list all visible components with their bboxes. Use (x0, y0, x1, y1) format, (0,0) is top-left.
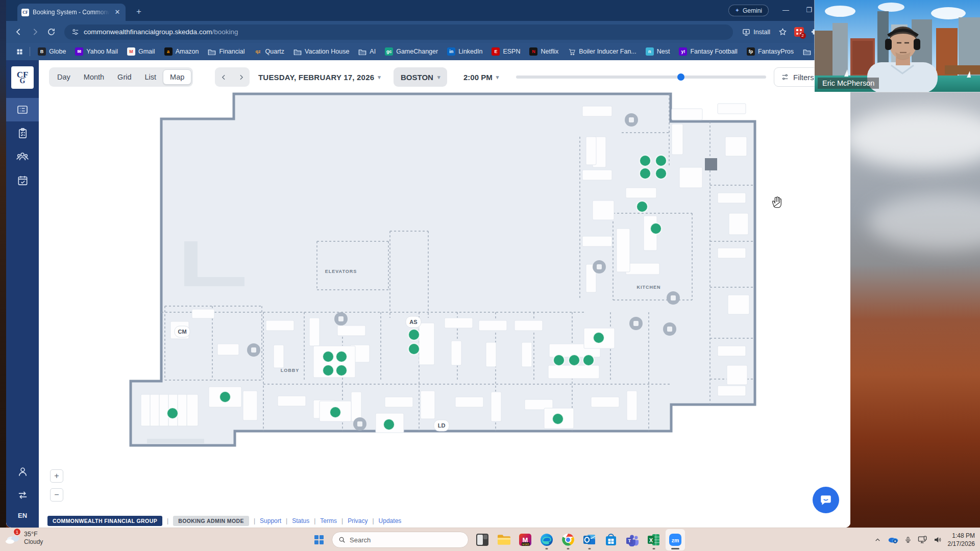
view-tab-grid[interactable]: Grid (111, 70, 138, 84)
back-icon[interactable] (11, 25, 26, 39)
available-desk-dot[interactable] (219, 391, 231, 403)
footer-link-status[interactable]: Status (292, 517, 309, 524)
taskbar-app-zoom[interactable]: zm (666, 529, 685, 550)
floorplan-map[interactable]: ELEVATORSKITCHENLOBBYASCMLD (39, 60, 850, 528)
available-desk-dot[interactable] (569, 355, 580, 366)
available-desk-dot[interactable] (167, 408, 178, 419)
available-desk-dot[interactable] (408, 343, 420, 355)
map-zoom-out-button[interactable]: − (50, 488, 63, 502)
location-dropdown[interactable]: BOSTON▾ (394, 67, 447, 87)
taskbar-search[interactable]: Search (332, 532, 469, 548)
available-desk-dot[interactable] (323, 365, 334, 376)
footer-link-terms[interactable]: Terms (320, 517, 337, 524)
bookmark-linkedin[interactable]: inLinkedIn (443, 46, 487, 57)
bookmark-espn[interactable]: EESPN (487, 46, 525, 57)
address-bar[interactable]: commonwealthfinancialgroup.skedda.com/bo… (64, 24, 733, 40)
available-desk-dot[interactable] (655, 155, 667, 166)
available-desk-dot[interactable] (636, 201, 648, 212)
bookmark-netflix[interactable]: NNetflix (525, 46, 563, 57)
video-call-window[interactable]: Eric McPherson (814, 0, 980, 92)
taskbar-app-widgets[interactable] (473, 529, 492, 550)
next-day-button[interactable] (232, 67, 250, 87)
start-button[interactable] (310, 531, 328, 548)
window-minimize-button[interactable]: — (782, 6, 789, 14)
cfg-logo[interactable]: CFG (11, 66, 34, 89)
install-app-button[interactable]: Install (739, 28, 773, 36)
available-desk-dot[interactable] (552, 413, 564, 424)
onedrive-icon[interactable] (887, 536, 898, 544)
bookmark-globe[interactable]: BGlobe (33, 46, 70, 57)
forward-icon[interactable] (28, 25, 42, 39)
taskbar-app-chrome[interactable] (558, 529, 578, 550)
view-tab-map[interactable]: Map (163, 69, 191, 85)
sidebar-item-users[interactable] (6, 145, 39, 168)
available-desk-dot[interactable] (330, 407, 341, 418)
available-desk-dot[interactable] (640, 168, 651, 179)
bookmark-financial[interactable]: Financial (203, 46, 249, 57)
tray-expand-icon[interactable] (874, 537, 881, 543)
extension-with-badge-icon[interactable]: 2 (792, 25, 806, 39)
prev-day-button[interactable] (215, 67, 232, 87)
taskbar-app-m365[interactable]: MM365 (516, 529, 535, 550)
bookmark-quartz[interactable]: qzQuartz (250, 46, 289, 57)
sidebar-item-profile[interactable] (6, 460, 39, 483)
slider-track[interactable] (516, 76, 766, 79)
bookmark-ai[interactable]: AI (354, 46, 380, 57)
speaker-icon[interactable] (934, 536, 942, 544)
available-desk-dot[interactable] (640, 155, 651, 166)
view-tab-day[interactable]: Day (51, 70, 77, 84)
gemini-button[interactable]: ✦ Gemini (728, 5, 769, 16)
taskbar-app-store[interactable] (601, 529, 621, 550)
available-desk-dot[interactable] (553, 355, 565, 366)
available-desk-dot[interactable] (583, 355, 594, 366)
bookmark-fantasypros[interactable]: fpFantasyPros (742, 46, 798, 57)
footer-link-privacy[interactable]: Privacy (348, 517, 368, 524)
available-desk-dot[interactable] (336, 351, 347, 362)
bookmark-yahoo-mail[interactable]: ✉Yahoo Mail (70, 46, 122, 57)
apps-grid-icon[interactable] (12, 44, 27, 59)
reload-icon[interactable] (44, 25, 58, 39)
taskbar-clock[interactable]: 1:48 PM 2/17/2026 (948, 532, 975, 548)
available-desk-dot[interactable] (655, 168, 667, 179)
view-tab-list[interactable]: List (138, 70, 163, 84)
sidebar-item-switch-mode[interactable] (6, 483, 39, 507)
taskbar-app-excel[interactable]: X (644, 529, 664, 550)
tab-close-icon[interactable]: ✕ (113, 8, 121, 16)
taskbar-app-file-explorer[interactable] (494, 529, 513, 550)
bookmark-fantasy-football[interactable]: y!Fantasy Football (674, 46, 742, 57)
bookmark-star-icon[interactable] (775, 25, 790, 39)
support-chat-button[interactable] (813, 487, 839, 513)
view-tab-month[interactable]: Month (77, 70, 111, 84)
bookmark-gamechanger[interactable]: gcGameChanger (380, 46, 443, 57)
cast-screen-icon[interactable] (918, 536, 927, 544)
footer-link-support[interactable]: Support (260, 517, 281, 524)
available-desk-dot[interactable] (323, 351, 334, 362)
slider-thumb[interactable] (677, 73, 684, 81)
sidebar-item-availability[interactable] (6, 168, 39, 192)
window-maximize-button[interactable]: ❐ (806, 6, 812, 14)
time-slider[interactable] (516, 67, 766, 87)
date-dropdown[interactable]: TUESDAY, FEBRUARY 17, 2026▾ (258, 67, 381, 87)
sidebar-item-bookings[interactable] (6, 98, 39, 121)
weather-widget[interactable]: 1 35°FCloudy (5, 530, 43, 546)
footer-link-updates[interactable]: Updates (379, 517, 402, 524)
taskbar-app-outlook[interactable] (580, 529, 599, 550)
available-desk-dot[interactable] (650, 223, 662, 234)
taskbar-app-edge[interactable] (537, 529, 556, 550)
microphone-icon[interactable] (904, 536, 912, 544)
available-desk-dot[interactable] (336, 365, 347, 376)
available-desk-dot[interactable] (408, 329, 420, 340)
bookmark-gmail[interactable]: MGmail (122, 46, 160, 57)
site-settings-icon[interactable] (71, 28, 79, 36)
taskbar-app-teams[interactable]: T (623, 529, 642, 550)
sidebar-item-spaces[interactable] (6, 121, 39, 145)
available-desk-dot[interactable] (383, 419, 395, 430)
available-desk-dot[interactable] (593, 332, 604, 343)
map-zoom-in-button[interactable]: + (50, 469, 63, 483)
bookmark-nest[interactable]: nNest (641, 46, 675, 57)
bookmark-amazon[interactable]: aAmazon (160, 46, 204, 57)
browser-tab[interactable]: CF Booking System - Commonwea ✕ (17, 4, 126, 21)
bookmark-vacation-house[interactable]: Vacation House (289, 46, 354, 57)
time-dropdown[interactable]: 2:00 PM▾ (463, 67, 499, 87)
new-tab-button[interactable]: + (133, 6, 145, 18)
